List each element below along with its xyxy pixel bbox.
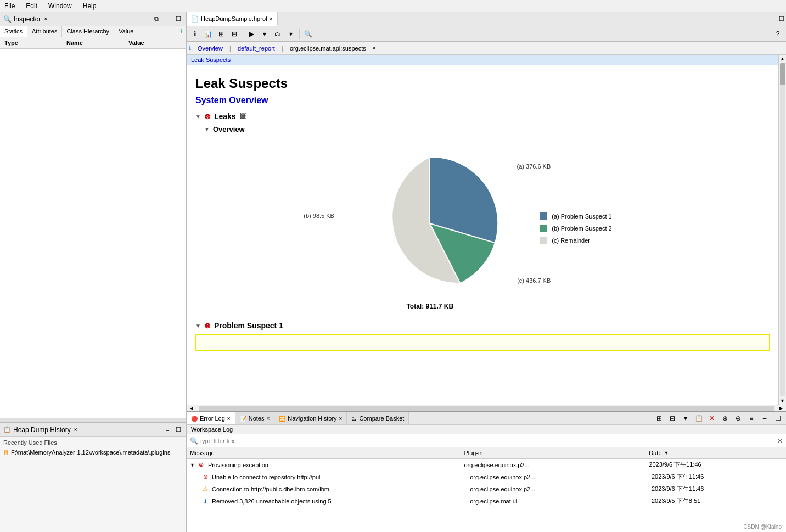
col-message: Message — [187, 449, 461, 457]
col-date: Date ▼ — [645, 449, 786, 457]
inspector-h-scrollbar[interactable] — [0, 418, 186, 422]
heap-dump-title-bar: 📋 Heap Dump History × – ☐ — [0, 423, 186, 437]
bottom-toolbar-btn-1[interactable]: ⊞ — [653, 412, 665, 424]
bottom-toolbar-btn-4[interactable]: ⊕ — [719, 412, 731, 424]
editor-tab-hprof[interactable]: 📄 HeapDumpSample.hprof × — [187, 12, 278, 26]
col-plugin: Plug-in — [461, 449, 645, 457]
overview-label: Overview — [213, 125, 245, 133]
bottom-toolbar-btn-3[interactable]: 📋 — [693, 412, 705, 424]
tab-default-report[interactable]: default_report — [233, 44, 279, 53]
inspector-maximize-btn[interactable]: ⧉ — [152, 15, 161, 24]
filter-input[interactable] — [200, 438, 777, 444]
breadcrumb[interactable]: Leak Suspects — [187, 55, 778, 65]
inspector-restore-btn[interactable]: ☐ — [174, 15, 183, 24]
heap-dump-icon: 📋 — [3, 426, 11, 433]
h-scroll-right[interactable]: ► — [776, 405, 786, 411]
bottom-toolbar-btn-5[interactable]: ⊖ — [732, 412, 744, 424]
bottom-tab-error-log[interactable]: 🔴 Error Log × — [187, 412, 235, 424]
bottom-toolbar-delete[interactable]: ✕ — [706, 412, 718, 424]
bottom-toolbar-btn-2[interactable]: ⊟ — [666, 412, 678, 424]
row2-date: 2023/9/6 下午11:46 — [648, 484, 786, 494]
legend-label-a: (a) Problem Suspect 1 — [552, 213, 611, 220]
toolbar-help-btn[interactable]: ? — [772, 28, 784, 40]
tab-overview[interactable]: Overview — [193, 44, 227, 53]
system-overview-link[interactable]: System Overview — [195, 96, 770, 105]
toolbar-basket2-btn[interactable]: ▾ — [285, 28, 297, 40]
tab-class-hierarchy[interactable]: Class Hierarchy — [62, 26, 114, 37]
toolbar-search-btn[interactable]: 🔍 — [302, 28, 314, 40]
bottom-tab-compare-basket[interactable]: 🗂 Compare Basket — [347, 412, 409, 424]
menu-file[interactable]: File — [2, 1, 17, 11]
overview-header[interactable]: ▼ Overview — [195, 123, 770, 138]
filter-clear-btn[interactable]: ✕ — [777, 437, 783, 445]
content-area: Leak Suspects Leak Suspects System Overv… — [187, 55, 778, 405]
pie-total: Total: 911.7 KB — [406, 303, 453, 310]
error-row-2[interactable]: ⚠ Connection to http://public.dhe.ibm.co… — [187, 483, 786, 495]
toolbar-chart-btn[interactable]: 📊 — [202, 28, 214, 40]
bottom-tab-notes[interactable]: 📝 Notes × — [235, 412, 275, 424]
scroll-down-btn[interactable]: ▼ — [779, 397, 786, 405]
bottom-toolbar-btn-6[interactable]: ≡ — [745, 412, 757, 424]
editor-minimize-btn[interactable]: – — [768, 15, 777, 24]
problem-suspect-header[interactable]: ▼ ⊗ Problem Suspect 1 — [195, 319, 770, 332]
heap-dump-minimize-btn[interactable]: – — [163, 425, 172, 434]
toolbar-grid-btn[interactable]: ⊞ — [215, 28, 227, 40]
tab-suspects: org.eclipse.mat.api:suspects — [285, 44, 370, 53]
hprof-tab-close[interactable]: × — [270, 16, 273, 22]
pie-label-c: (c) 436.7 KB — [517, 277, 551, 284]
bottom-toolbar-minimize[interactable]: – — [759, 412, 771, 424]
inspector-close-icon[interactable]: × — [44, 16, 47, 22]
h-scroll-track[interactable] — [199, 406, 774, 411]
inspector-minimize-btn[interactable]: – — [163, 15, 172, 24]
heap-file-item[interactable]: 🗄 F:\mat\MemoryAnalyzer-1.12\workspace\.… — [0, 448, 186, 457]
toolbar-dropdown-btn[interactable]: ▾ — [259, 28, 271, 40]
date-sort-icon[interactable]: ▼ — [664, 450, 669, 456]
tab-attributes[interactable]: Attributes — [27, 26, 62, 37]
menu-edit[interactable]: Edit — [24, 1, 40, 11]
inspector-add-btn[interactable]: + — [179, 26, 184, 37]
scroll-track[interactable] — [780, 63, 785, 396]
error-log-close[interactable]: × — [227, 416, 231, 422]
tab-suspects-close[interactable]: × — [373, 45, 376, 51]
row0-message: Provisioning exception — [208, 462, 268, 468]
leaks-header[interactable]: ▼ ⊗ Leaks 🖼 — [195, 110, 770, 123]
workspace-label: Workspace Log — [187, 425, 786, 434]
nav-history-close[interactable]: × — [339, 416, 343, 422]
toolbar-sql-btn[interactable]: ⊟ — [228, 28, 240, 40]
row1-message: Unable to connect to repository http://p… — [212, 474, 321, 480]
menu-window[interactable]: Window — [46, 1, 74, 11]
h-scroll-left[interactable]: ◄ — [187, 405, 196, 411]
error-row-3[interactable]: ℹ Removed 3,826 unreachable objects usin… — [187, 495, 786, 507]
heap-dump-close-icon[interactable]: × — [74, 427, 77, 433]
tab-statics[interactable]: Statics — [0, 26, 27, 37]
heap-dump-restore-btn[interactable]: ☐ — [174, 425, 183, 434]
toolbar-basket-btn[interactable]: 🗂 — [272, 28, 284, 40]
editor-restore-btn[interactable]: ☐ — [777, 15, 786, 24]
bottom-tab-nav-history[interactable]: 🔀 Navigation History × — [274, 412, 347, 424]
toolbar-info-btn[interactable]: ℹ — [189, 28, 201, 40]
notes-close[interactable]: × — [266, 416, 270, 422]
pie-svg — [353, 147, 507, 300]
error-row-1[interactable]: ⊗ Unable to connect to repository http:/… — [187, 471, 786, 483]
v-scrollbar[interactable]: ▲ ▼ — [778, 55, 786, 405]
legend-color-a — [540, 212, 547, 220]
row0-expand[interactable]: ▼ — [190, 462, 195, 468]
menu-help[interactable]: Help — [81, 1, 99, 11]
bottom-toolbar-dropdown[interactable]: ▾ — [680, 412, 692, 424]
leak-suspects-heading: Leak Suspects — [195, 76, 770, 91]
scroll-up-btn[interactable]: ▲ — [779, 55, 786, 63]
bottom-toolbar-restore[interactable]: ☐ — [772, 412, 784, 424]
tab-value[interactable]: Value — [114, 26, 138, 37]
row3-info-icon: ℹ — [201, 497, 210, 505]
h-scroll-bar[interactable]: ◄ ► — [187, 405, 786, 411]
suspect-content — [195, 334, 770, 351]
legend-color-b — [540, 225, 547, 232]
pie-chart: (a) 376.6 KB (b) 98.5 KB (c) 436.7 KB — [353, 147, 507, 300]
error-row-0[interactable]: ▼ ⊗ Provisioning exception org.eclipse.e… — [187, 459, 786, 471]
leaks-section: ▼ ⊗ Leaks 🖼 ▼ Overview — [195, 110, 770, 351]
toolbar-run-btn[interactable]: ▶ — [245, 28, 257, 40]
heap-dump-title: Heap Dump History — [13, 426, 71, 434]
scroll-thumb[interactable] — [780, 63, 785, 85]
nav-history-icon: 🔀 — [279, 416, 285, 422]
overview-section: ▼ Overview — [195, 123, 770, 310]
